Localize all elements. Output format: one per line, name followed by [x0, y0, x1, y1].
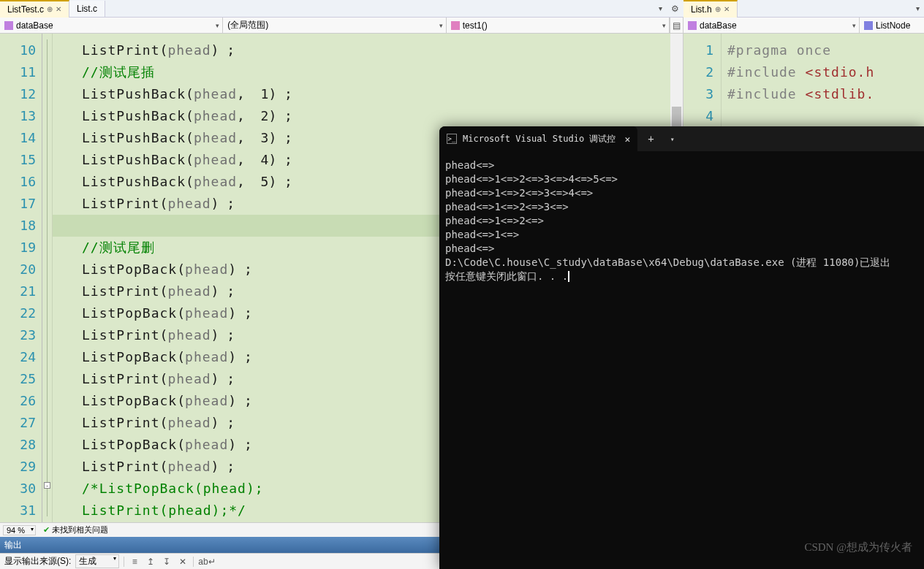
zoom-dropdown[interactable]: 94 %: [3, 525, 36, 535]
scope-dropdown[interactable]: dataBase▾: [0, 18, 223, 33]
next-output-icon[interactable]: ↧: [161, 557, 173, 567]
tab-label: List.c: [77, 4, 97, 14]
member-dropdown[interactable]: test1()▾: [447, 18, 670, 33]
outline-column[interactable]: -: [42, 34, 53, 522]
pin-icon[interactable]: ⊕: [715, 5, 721, 13]
prev-output-icon[interactable]: ↥: [145, 557, 156, 567]
tab-label: List.h: [691, 4, 712, 15]
collapse-toggle-icon[interactable]: -: [44, 482, 50, 489]
context-dropdown[interactable]: (全局范围)▾: [223, 18, 446, 33]
chevron-down-icon: ▾: [662, 22, 666, 29]
gear-icon[interactable]: ⚙: [667, 4, 683, 14]
chevron-down-icon: ▾: [439, 22, 443, 29]
terminal-tab-title: Microsoft Visual Studio 调试控: [463, 133, 616, 145]
close-icon[interactable]: ✕: [724, 5, 730, 13]
goto-output-icon[interactable]: ≡: [129, 557, 140, 567]
tab-label: ListTest.c: [7, 4, 44, 15]
member-dropdown[interactable]: ListNode: [860, 18, 924, 33]
tab-overflow-icon[interactable]: ▾: [654, 4, 667, 12]
tabs-right: List.h ⊕ ✕ ▾: [683, 0, 924, 18]
chevron-down-icon: ▾: [852, 22, 856, 29]
tab-menu-icon[interactable]: ▾: [664, 135, 681, 143]
scope-dropdown[interactable]: dataBase▾: [683, 18, 860, 33]
close-icon[interactable]: ✕: [624, 134, 630, 145]
navbar-left: dataBase▾ (全局范围)▾ test1()▾ ▤: [0, 18, 683, 34]
debug-terminal[interactable]: >_ Microsoft Visual Studio 调试控 ✕ + ▾ phe…: [439, 126, 924, 569]
terminal-body[interactable]: phead<=>phead<=>1<=>2<=>3<=>4<=>5<=>phea…: [439, 151, 924, 291]
split-toggle-icon[interactable]: ▤: [670, 18, 683, 33]
tab-overflow-icon[interactable]: ▾: [912, 4, 924, 12]
struct-icon: [864, 21, 873, 30]
issues-indicator[interactable]: ✔ 未找到相关问题: [43, 524, 108, 535]
check-icon: ✔: [43, 525, 50, 534]
terminal-titlebar: >_ Microsoft Visual Studio 调试控 ✕ + ▾: [439, 126, 924, 151]
project-icon: [4, 21, 13, 30]
terminal-icon: >_: [447, 134, 457, 144]
output-source-dropdown[interactable]: 生成: [75, 554, 119, 568]
terminal-tab[interactable]: >_ Microsoft Visual Studio 调试控 ✕: [439, 126, 637, 151]
tab-list-h[interactable]: List.h ⊕ ✕: [683, 0, 738, 18]
new-tab-button[interactable]: +: [637, 133, 664, 145]
pin-icon[interactable]: ⊕: [47, 5, 53, 13]
tab-listtest-c[interactable]: ListTest.c ⊕ ✕: [0, 0, 69, 18]
project-icon: [688, 21, 697, 30]
output-source-label: 显示输出来源(S):: [4, 555, 71, 568]
clear-output-icon[interactable]: ✕: [177, 557, 189, 567]
tab-list-c[interactable]: List.c: [69, 1, 105, 17]
close-icon[interactable]: ✕: [56, 5, 61, 13]
word-wrap-icon[interactable]: ab↵: [198, 557, 210, 567]
chevron-down-icon: ▾: [216, 22, 219, 29]
navbar-right: dataBase▾ ListNode: [683, 18, 924, 34]
method-icon: [451, 21, 460, 30]
watermark: CSDN @想成为传火者: [804, 541, 912, 554]
tabs-left: ListTest.c ⊕ ✕ List.c ▾ ⚙: [0, 0, 683, 18]
line-gutter: 1011121314151617181920212223242526272829…: [0, 34, 42, 522]
